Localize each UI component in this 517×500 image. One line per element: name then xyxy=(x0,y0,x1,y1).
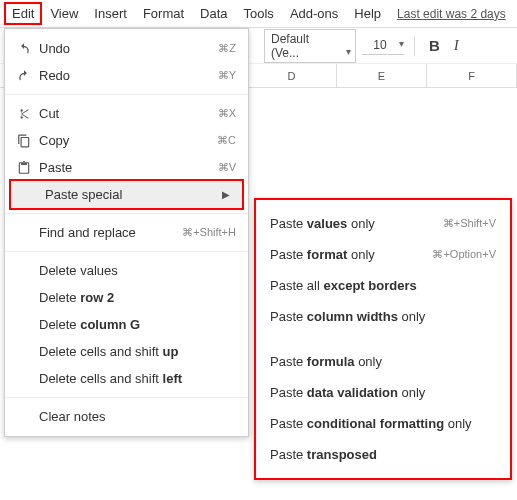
separator xyxy=(5,397,248,398)
menu-edit[interactable]: Edit xyxy=(4,2,42,25)
submenu-gap xyxy=(256,332,510,346)
menu-cut[interactable]: Cut ⌘X xyxy=(5,100,248,127)
paste-except-borders[interactable]: Paste all except borders xyxy=(256,270,510,301)
submenu-arrow-icon: ▶ xyxy=(222,189,230,200)
menu-paste[interactable]: Paste ⌘V xyxy=(5,154,248,181)
font-select[interactable]: Default (Ve... xyxy=(264,29,356,63)
paste-label: Paste xyxy=(39,160,218,175)
paste-transposed[interactable]: Paste transposed xyxy=(256,439,510,470)
copy-label: Copy xyxy=(39,133,217,148)
delete-col-label: Delete column G xyxy=(39,317,236,332)
menu-delete-row[interactable]: Delete row 2 xyxy=(5,284,248,311)
clear-notes-label: Clear notes xyxy=(39,409,236,424)
menubar: Edit View Insert Format Data Tools Add-o… xyxy=(0,0,517,28)
menu-insert[interactable]: Insert xyxy=(86,2,135,25)
menu-find-replace[interactable]: Find and replace ⌘+Shift+H xyxy=(5,219,248,246)
menu-help[interactable]: Help xyxy=(346,2,389,25)
paste-shortcut: ⌘V xyxy=(218,161,236,174)
last-edit-link[interactable]: Last edit was 2 days xyxy=(397,7,506,21)
separator xyxy=(5,94,248,95)
menu-data[interactable]: Data xyxy=(192,2,235,25)
undo-icon xyxy=(17,42,39,56)
menu-delete-values[interactable]: Delete values xyxy=(5,257,248,284)
undo-label: Undo xyxy=(39,41,218,56)
redo-label: Redo xyxy=(39,68,218,83)
find-replace-label: Find and replace xyxy=(39,225,182,240)
menu-tools[interactable]: Tools xyxy=(236,2,282,25)
paste-special-label: Paste special xyxy=(45,187,216,202)
paste-format-only[interactable]: Paste format only ⌘+Option+V xyxy=(256,239,510,270)
paste-format-shortcut: ⌘+Option+V xyxy=(432,248,496,261)
redo-shortcut: ⌘Y xyxy=(218,69,236,82)
menu-undo[interactable]: Undo ⌘Z xyxy=(5,35,248,62)
paste-values-only[interactable]: Paste values only ⌘+Shift+V xyxy=(256,208,510,239)
cut-shortcut: ⌘X xyxy=(218,107,236,120)
menu-paste-special[interactable]: Paste special ▶ xyxy=(11,181,242,208)
cut-label: Cut xyxy=(39,106,218,121)
menu-view[interactable]: View xyxy=(42,2,86,25)
delete-row-label: Delete row 2 xyxy=(39,290,236,305)
paste-data-validation[interactable]: Paste data validation only xyxy=(256,377,510,408)
bold-button[interactable]: B xyxy=(425,37,444,54)
paste-special-submenu: Paste values only ⌘+Shift+V Paste format… xyxy=(254,198,512,480)
paste-formula-only[interactable]: Paste formula only xyxy=(256,346,510,377)
menu-format[interactable]: Format xyxy=(135,2,192,25)
copy-shortcut: ⌘C xyxy=(217,134,236,147)
col-header-f[interactable]: F xyxy=(427,64,517,87)
font-size-select[interactable]: 10 xyxy=(362,36,404,55)
delete-shift-up-label: Delete cells and shift up xyxy=(39,344,236,359)
edit-dropdown: Undo ⌘Z Redo ⌘Y Cut ⌘X Copy ⌘C Paste ⌘V … xyxy=(4,28,249,437)
cut-icon xyxy=(17,107,39,121)
separator xyxy=(5,213,248,214)
menu-delete-column[interactable]: Delete column G xyxy=(5,311,248,338)
paste-column-widths[interactable]: Paste column widths only xyxy=(256,301,510,332)
copy-icon xyxy=(17,134,39,148)
menu-addons[interactable]: Add-ons xyxy=(282,2,346,25)
separator xyxy=(5,251,248,252)
undo-shortcut: ⌘Z xyxy=(218,42,236,55)
menu-delete-shift-up[interactable]: Delete cells and shift up xyxy=(5,338,248,365)
menu-delete-shift-left[interactable]: Delete cells and shift left xyxy=(5,365,248,392)
italic-button[interactable]: I xyxy=(450,37,463,54)
redo-icon xyxy=(17,69,39,83)
find-replace-shortcut: ⌘+Shift+H xyxy=(182,226,236,239)
paste-values-shortcut: ⌘+Shift+V xyxy=(443,217,496,230)
toolbar-divider xyxy=(414,36,415,56)
col-header-e[interactable]: E xyxy=(337,64,427,87)
menu-clear-notes[interactable]: Clear notes xyxy=(5,403,248,430)
menu-redo[interactable]: Redo ⌘Y xyxy=(5,62,248,89)
paste-icon xyxy=(17,161,39,175)
delete-shift-left-label: Delete cells and shift left xyxy=(39,371,236,386)
delete-values-label: Delete values xyxy=(39,263,236,278)
paste-conditional-formatting[interactable]: Paste conditional formatting only xyxy=(256,408,510,439)
menu-copy[interactable]: Copy ⌘C xyxy=(5,127,248,154)
col-header-d[interactable]: D xyxy=(247,64,337,87)
